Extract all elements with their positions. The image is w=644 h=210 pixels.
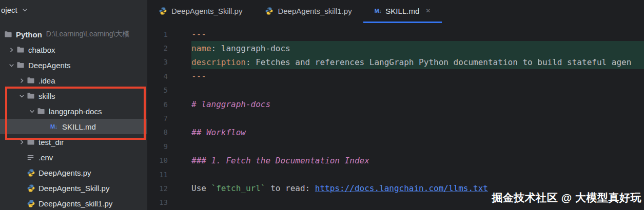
code-segment-heading: # langgraph-docs <box>191 99 270 109</box>
line-number[interactable]: 10 <box>147 156 168 164</box>
tab-label: DeepAgents_Skill.py <box>171 7 242 15</box>
python-icon <box>159 7 167 15</box>
editor-line[interactable]: 4--- <box>147 69 644 83</box>
editor-line[interactable]: 1--- <box>147 27 644 41</box>
tree-item-chatbox[interactable]: chatbox <box>0 42 147 57</box>
chevron-right-icon[interactable] <box>16 77 27 84</box>
editor-line[interactable]: 6# langgraph-docs <box>147 97 644 111</box>
editor-line[interactable]: 10### 1. Fetch the Documentation Index <box>147 154 644 167</box>
tree-item-skill-md[interactable]: M↓SKILL.md <box>0 119 147 134</box>
folder-icon <box>27 138 38 146</box>
line-number[interactable]: 4 <box>147 72 168 80</box>
tree-item-label: DeepAgents <box>28 61 71 70</box>
tab-label: DeepAgents_skill1.py <box>278 7 352 15</box>
editor-line[interactable]: 2name: langgraph-docs <box>147 41 644 55</box>
tree-item-python[interactable]: PythonD:\Learning\Learning\大模 <box>0 27 147 42</box>
chevron-right-icon[interactable] <box>16 139 27 145</box>
code-segment-key: name <box>191 44 211 53</box>
tree-item-label: .env <box>38 153 53 162</box>
chevron-down-icon <box>20 7 30 13</box>
line-number[interactable]: 1 <box>147 30 168 38</box>
project-tree: PythonD:\Learning\Learning\大模chatboxDeep… <box>0 27 147 210</box>
editor-line[interactable]: 9 <box>147 139 644 153</box>
chevron-right-icon[interactable] <box>6 47 16 53</box>
line-number[interactable]: 12 <box>147 184 168 193</box>
line-code: ### 1. Fetch the Documentation Index <box>191 154 644 167</box>
code-segment-plain: Fetches and references LangGraph Python … <box>256 57 631 67</box>
editor-line[interactable]: 7 <box>147 111 644 125</box>
line-number[interactable]: 2 <box>147 44 168 52</box>
python-icon <box>27 169 38 177</box>
folder-icon <box>27 92 38 100</box>
markdown-icon: M↓ <box>375 8 382 14</box>
line-code: name: langgraph-docs <box>191 41 644 55</box>
code-segment-plain: Use <box>191 183 211 193</box>
tree-item-env[interactable]: .env <box>0 150 147 165</box>
line-number[interactable]: 5 <box>147 86 168 94</box>
tree-item-label: DeepAgents_Skill.py <box>38 184 109 193</box>
tab-deepagents-skill1-py[interactable]: DeepAgents_skill1.py <box>253 0 363 23</box>
tab-skill-md[interactable]: M↓SKILL.md✕ <box>363 0 442 23</box>
line-code: --- <box>191 69 644 83</box>
tree-item-label: Python <box>16 30 42 39</box>
tab-deepagents-skill-py[interactable]: DeepAgents_Skill.py <box>147 0 253 23</box>
code-segment-plain: langgraph-docs <box>221 44 290 53</box>
editor-line[interactable]: 11 <box>147 167 644 181</box>
tree-item-label: test_dir <box>38 138 64 146</box>
line-code: --- <box>191 27 644 41</box>
tree-item-label: chatbox <box>28 46 55 54</box>
tree-item-idea[interactable]: .idea <box>0 73 147 88</box>
code-segment-plain: : <box>211 44 221 53</box>
line-code <box>191 139 644 153</box>
code-segment-plain: : <box>246 57 256 67</box>
tree-item-path: D:\Learning\Learning\大模 <box>46 30 130 39</box>
line-number[interactable]: 3 <box>147 58 168 66</box>
doc-link[interactable]: https://docs.langchain.com/llms.txt <box>315 183 488 193</box>
editor-line[interactable]: 5 <box>147 83 644 97</box>
line-code <box>191 167 644 181</box>
line-code: # langgraph-docs <box>191 97 644 111</box>
tree-item-test-dir[interactable]: test_dir <box>0 134 147 150</box>
project-sidebar: oject PythonD:\Learning\Learning\大模chatb… <box>0 0 147 210</box>
code-segment-meta: --- <box>191 71 206 81</box>
tree-item-label: .idea <box>38 76 55 85</box>
tree-item-deepagents-py[interactable]: DeepAgents.py <box>0 165 147 180</box>
folder-icon <box>4 30 15 38</box>
line-number[interactable]: 7 <box>147 114 168 122</box>
tree-item-deepagents-skill-py[interactable]: DeepAgents_Skill.py <box>0 180 147 196</box>
line-number[interactable]: 8 <box>147 128 168 136</box>
code-segment-code: `fetch_url` <box>211 183 266 193</box>
ide-window: DeepAgents_Skill.pyDeepAgents_skill1.pyM… <box>0 0 644 210</box>
chevron-down-icon[interactable] <box>16 93 27 99</box>
close-icon[interactable]: ✕ <box>425 7 431 14</box>
chevron-down-icon[interactable] <box>27 108 37 115</box>
folder-icon <box>27 76 38 85</box>
python-icon <box>27 184 38 193</box>
python-icon <box>265 7 274 15</box>
tree-item-langgraph-docs[interactable]: langgraph-docs <box>0 103 147 119</box>
tree-item-label: langgraph-docs <box>49 107 102 116</box>
editor-line[interactable]: 8## Workflow <box>147 125 644 139</box>
code-segment-plain: to read: <box>266 183 315 193</box>
line-code <box>191 111 644 125</box>
tree-item-label: DeepAgents.py <box>38 169 91 177</box>
tab-label: SKILL.md <box>385 7 419 15</box>
line-number[interactable]: 11 <box>147 171 168 179</box>
editor-line[interactable]: 3description: Fetches and references Lan… <box>147 55 644 69</box>
python-icon <box>27 199 38 208</box>
folder-icon <box>16 61 28 69</box>
line-number[interactable]: 6 <box>147 100 168 109</box>
tree-item-deepagents[interactable]: DeepAgents <box>0 57 147 73</box>
folder-icon <box>16 46 28 54</box>
chevron-down-icon[interactable] <box>6 62 16 69</box>
tree-item-label: SKILL.md <box>62 122 96 131</box>
line-code <box>191 83 644 97</box>
tree-item-deepagents-skill1-py[interactable]: DeepAgents_skill1.py <box>0 196 147 210</box>
editor-content[interactable]: 1---2name: langgraph-docs3description: F… <box>147 23 644 210</box>
code-segment-meta: --- <box>191 29 206 39</box>
tree-item-skills[interactable]: skills <box>0 88 147 103</box>
line-number[interactable]: 13 <box>147 198 168 206</box>
project-tool-window-title: oject <box>1 6 17 14</box>
project-tool-window-header[interactable]: oject <box>0 0 147 14</box>
line-number[interactable]: 9 <box>147 142 168 151</box>
